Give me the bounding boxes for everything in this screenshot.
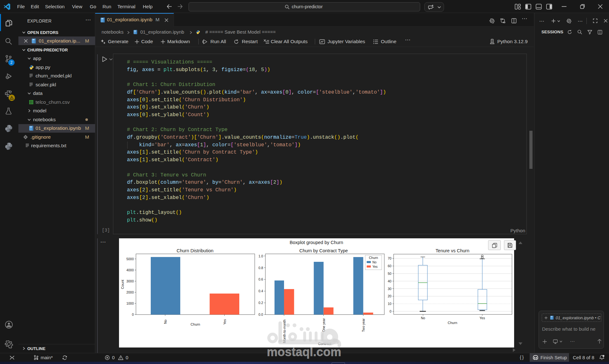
svg-text:0.8: 0.8 bbox=[259, 266, 263, 270]
svg-text:Count: Count bbox=[121, 280, 124, 289]
svg-text:50: 50 bbox=[388, 272, 392, 275]
svg-text:Yes: Yes bbox=[480, 316, 485, 320]
svg-text:40: 40 bbox=[388, 279, 392, 283]
svg-text:0.4: 0.4 bbox=[259, 289, 263, 293]
svg-text:Churn: Churn bbox=[448, 321, 457, 325]
svg-text:One year: One year bbox=[322, 318, 326, 332]
svg-text:3000: 3000 bbox=[126, 279, 134, 283]
svg-text:0: 0 bbox=[390, 309, 392, 313]
svg-text:1000: 1000 bbox=[126, 301, 134, 305]
svg-text:2000: 2000 bbox=[126, 290, 134, 294]
svg-text:No: No bbox=[163, 320, 167, 324]
svg-text:1.0: 1.0 bbox=[259, 254, 263, 258]
svg-text:No: No bbox=[373, 261, 377, 264]
svg-text:70: 70 bbox=[388, 256, 392, 260]
svg-text:0.2: 0.2 bbox=[259, 301, 263, 305]
svg-text:10: 10 bbox=[388, 302, 392, 306]
svg-text:30: 30 bbox=[388, 287, 392, 291]
svg-text:Churn Distribution: Churn Distribution bbox=[176, 248, 213, 253]
svg-text:60: 60 bbox=[388, 264, 392, 268]
svg-text:4000: 4000 bbox=[126, 268, 134, 272]
svg-text:Tenure vs Churn: Tenure vs Churn bbox=[436, 248, 469, 253]
svg-text:Churn: Churn bbox=[369, 256, 378, 260]
svg-text:0: 0 bbox=[132, 313, 134, 316]
svg-text:Boxplot grouped by Churn: Boxplot grouped by Churn bbox=[290, 240, 343, 245]
svg-text:Two year: Two year bbox=[361, 318, 365, 332]
svg-text:0.6: 0.6 bbox=[259, 277, 263, 281]
svg-text:Churn by Contract Type: Churn by Contract Type bbox=[299, 248, 348, 253]
svg-text:20: 20 bbox=[388, 294, 392, 298]
svg-text:5000: 5000 bbox=[126, 257, 134, 261]
svg-text:Churn: Churn bbox=[191, 322, 200, 326]
svg-text:Contract: Contract bbox=[318, 342, 331, 346]
svg-text:Yes: Yes bbox=[373, 265, 378, 268]
svg-text:No: No bbox=[421, 316, 425, 320]
svg-text:Yes: Yes bbox=[223, 319, 227, 325]
svg-text:Month-to-month: Month-to-month bbox=[282, 320, 286, 343]
svg-text:0.0: 0.0 bbox=[259, 313, 263, 316]
